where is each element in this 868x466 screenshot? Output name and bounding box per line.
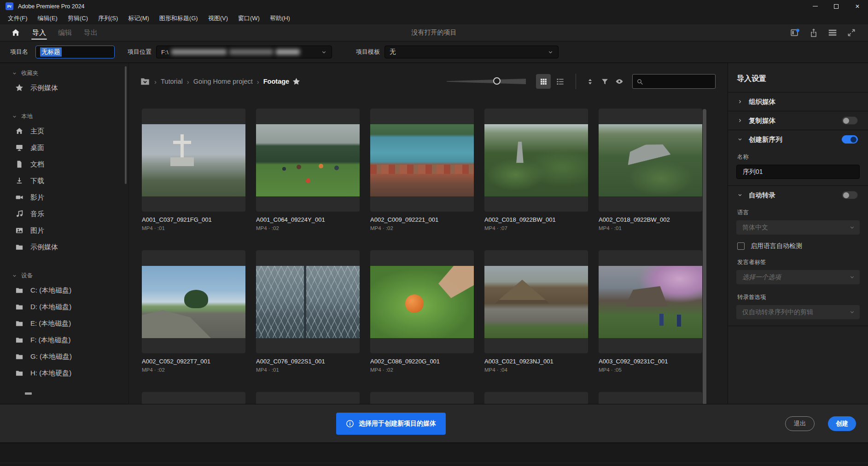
breadcrumb-separator: › <box>154 78 157 86</box>
section-copy-media[interactable]: 复制媒体 <box>728 111 868 130</box>
clip-tile[interactable]: A003_C021_0923NJ_001MP4 · :04 <box>484 250 588 373</box>
sidebar-item-label: D: (本地磁盘) <box>30 303 71 311</box>
sort-button[interactable] <box>584 75 596 87</box>
clip-tile[interactable]: A001_C037_0921FG_001MP4 · :01 <box>142 109 245 231</box>
breadcrumb-item[interactable]: Tutorial <box>161 78 183 85</box>
share-icon[interactable] <box>809 28 818 37</box>
language-dropdown[interactable]: 简体中文 <box>736 220 860 235</box>
sidebar-item[interactable]: 下载 <box>0 173 128 189</box>
sidebar-item[interactable]: F: (本地磁盘) <box>0 332 128 348</box>
clip-tile[interactable]: A001_C064_09224Y_001MP4 · :02 <box>256 109 360 231</box>
section-organize-media[interactable]: 组织媒体 <box>728 92 868 111</box>
clip-tile[interactable]: A002_C076_0922S1_001MP4 · :01 <box>256 250 360 373</box>
clip-tile[interactable]: A002_C009_092221_001MP4 · :02 <box>370 109 474 231</box>
clip-tile[interactable]: A002_C018_0922BW_002MP4 · :01 <box>599 109 702 231</box>
sidebar-section-label: 本地 <box>21 113 33 121</box>
maximize-button[interactable] <box>826 0 847 12</box>
clip-tile[interactable]: A003_C092_09231C_001MP4 · :05 <box>599 250 702 373</box>
sidebar-section-header[interactable]: 设备 <box>0 269 128 282</box>
breadcrumb-item[interactable]: Going Home project <box>193 78 253 85</box>
list-view-button[interactable] <box>553 74 567 89</box>
create-button[interactable]: 创建 <box>828 416 856 431</box>
panel-notification-icon[interactable] <box>790 28 800 38</box>
sidebar-item[interactable]: 主页 <box>0 123 128 139</box>
clip-tile[interactable]: A002_C086_09220G_001MP4 · :02 <box>370 250 474 373</box>
close-button[interactable]: ✕ <box>847 0 868 12</box>
section-new-sequence[interactable]: 创建新序列 <box>728 130 868 149</box>
sidebar-item[interactable]: D: (本地磁盘) <box>0 299 128 315</box>
fullscreen-icon[interactable] <box>847 28 856 37</box>
sidebar-item[interactable]: 桌面 <box>0 139 128 156</box>
slider-knob[interactable] <box>493 77 501 85</box>
grid-view-button[interactable] <box>536 74 551 89</box>
sidebar-item[interactable]: E: (本地磁盘) <box>0 315 128 332</box>
breadcrumb-item[interactable]: Footage <box>263 78 289 85</box>
clip-thumbnail[interactable] <box>142 250 245 353</box>
clip-thumbnail[interactable] <box>599 250 702 353</box>
sidebar-item[interactable]: 图片 <box>0 222 128 239</box>
clip-thumbnail[interactable] <box>142 109 245 212</box>
new-sequence-toggle[interactable] <box>842 135 858 144</box>
clip-tile[interactable]: A002_C052_0922T7_001MP4 · :02 <box>142 250 245 373</box>
sidebar-item[interactable]: 影片 <box>0 189 128 206</box>
sidebar-item[interactable]: 文档 <box>0 156 128 173</box>
sidebar-item[interactable]: C: (本地磁盘) <box>0 282 128 299</box>
menu-item[interactable]: 标记(M) <box>123 12 154 24</box>
speaker-dropdown[interactable]: 选择一个选项 <box>736 270 860 284</box>
clip-thumbnail[interactable] <box>599 109 702 212</box>
clip-thumbnail[interactable] <box>256 109 360 212</box>
language-auto-detect-checkbox[interactable] <box>737 242 745 250</box>
folder-open-icon[interactable] <box>140 76 150 86</box>
clip-name: A003_C021_0923NJ_001 <box>484 358 588 365</box>
clip-thumbnail[interactable] <box>484 250 588 353</box>
project-name-input[interactable]: 无标题 <box>35 46 115 58</box>
sidebar-item[interactable]: 示例媒体 <box>0 80 128 96</box>
sidebar-section-header[interactable]: 收藏夹 <box>0 67 128 80</box>
minimize-button[interactable] <box>804 0 826 12</box>
clip-tile[interactable]: A002_C018_0922BW_001MP4 · :07 <box>484 109 588 231</box>
menu-item[interactable]: 帮助(H) <box>265 12 295 24</box>
menu-item[interactable]: 序列(S) <box>93 12 123 24</box>
sidebar-item[interactable]: 音乐 <box>0 206 128 222</box>
tab-edit[interactable]: 编辑 <box>57 24 73 41</box>
filter-button[interactable] <box>599 75 611 87</box>
sequence-name-input[interactable]: 序列01 <box>736 165 860 179</box>
sidebar-section-header[interactable]: 本地 <box>0 110 128 123</box>
clip-thumbnail[interactable] <box>256 250 360 353</box>
menu-item[interactable]: 编辑(E) <box>33 12 63 24</box>
project-location-dropdown[interactable]: F:\ <box>156 46 332 58</box>
transcribe-pref-dropdown[interactable]: 仅自动转录序列中的剪辑 <box>736 305 860 319</box>
sidebar-item[interactable]: G: (本地磁盘) <box>0 348 128 365</box>
tab-import[interactable]: 导入 <box>31 24 47 41</box>
search-box[interactable] <box>632 74 716 89</box>
workspace-icon[interactable] <box>827 28 838 38</box>
app-header: 导入 编辑 导出 没有打开的项目 <box>0 24 868 41</box>
sidebar-item[interactable]: H: (本地硬盘) <box>0 365 128 381</box>
sidebar-item-label: 图片 <box>30 226 44 235</box>
search-input[interactable] <box>646 78 711 86</box>
auto-transcribe-toggle[interactable] <box>842 191 858 199</box>
home-icon[interactable] <box>11 28 20 37</box>
clip-thumbnail[interactable] <box>370 109 474 212</box>
thumbnail-zoom-slider[interactable] <box>447 77 526 86</box>
sidebar-scrollbar[interactable] <box>125 66 127 184</box>
project-template-dropdown[interactable]: 无 <box>384 46 559 58</box>
sidebar-section-label: 收藏夹 <box>21 69 39 77</box>
preview-visibility-button[interactable] <box>613 75 625 87</box>
tab-export[interactable]: 导出 <box>83 24 99 41</box>
folder-icon <box>15 319 24 328</box>
clip-thumbnail[interactable] <box>484 109 588 212</box>
sidebar-item[interactable]: 示例媒体 <box>0 239 128 255</box>
clip-thumbnail[interactable] <box>370 250 474 353</box>
chevron-down-icon <box>12 114 17 119</box>
clip-preview-image <box>599 266 702 338</box>
menu-item[interactable]: 图形和标题(G) <box>154 12 203 24</box>
exit-button[interactable]: 退出 <box>785 416 815 431</box>
menu-item[interactable]: 视图(V) <box>203 12 233 24</box>
menu-item[interactable]: 窗口(W) <box>233 12 265 24</box>
section-auto-transcribe[interactable]: 自动转录 <box>728 186 868 204</box>
favorite-star-icon[interactable] <box>292 77 301 86</box>
menu-item[interactable]: 文件(F) <box>3 12 33 24</box>
copy-media-toggle[interactable] <box>842 116 858 125</box>
menu-item[interactable]: 剪辑(C) <box>63 12 93 24</box>
